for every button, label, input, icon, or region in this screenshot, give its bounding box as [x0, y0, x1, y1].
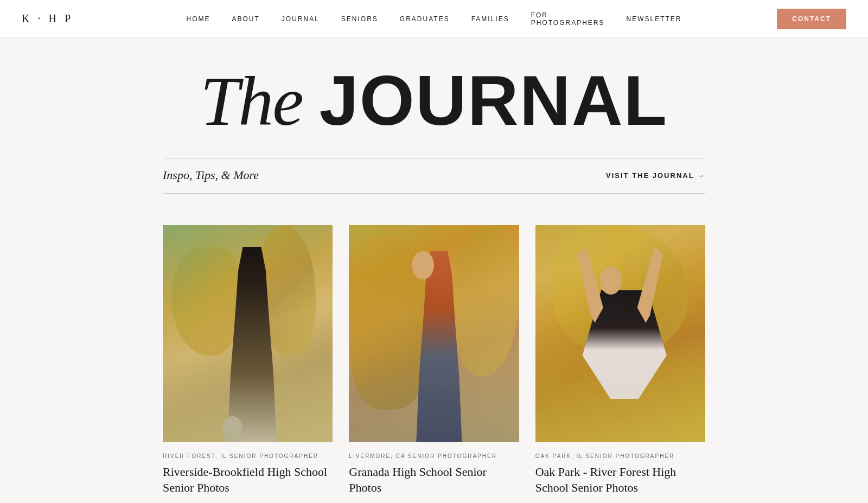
card-3-title[interactable]: Oak Park - River Forest High School Seni…: [535, 464, 705, 495]
inspo-text: Inspo, Tips, & More: [163, 168, 259, 182]
visit-journal-link[interactable]: VISIT THE JOURNAL →: [606, 171, 705, 180]
nav-home[interactable]: HOME: [186, 15, 210, 23]
title-journal: JOURNAL: [320, 61, 668, 140]
nav-links: HOME ABOUT JOURNAL SENIORS GRADUATES FAM…: [186, 11, 681, 27]
card-2-foliage: [349, 225, 519, 442]
journal-title: The JOURNAL: [0, 65, 868, 136]
nav-newsletter[interactable]: NEWSLETTER: [627, 15, 682, 23]
journal-card-1: RIVER FOREST, IL SENIOR PHOTOGRAPHER Riv…: [163, 225, 333, 495]
navigation: K · H P HOME ABOUT JOURNAL SENIORS GRADU…: [0, 0, 868, 38]
nav-journal[interactable]: JOURNAL: [282, 15, 320, 23]
ground-color: [163, 345, 333, 442]
contact-button[interactable]: CONTACT: [777, 9, 846, 29]
head-shape-2: [412, 251, 434, 279]
card-3-category: OAK PARK, IL SENIOR PHOTOGRAPHER: [535, 452, 705, 460]
hero-section: The JOURNAL: [0, 38, 868, 147]
card-3-image[interactable]: [535, 225, 705, 442]
nav-families[interactable]: FAMILIES: [471, 15, 509, 23]
logo[interactable]: K · H P: [22, 12, 73, 25]
nav-seniors[interactable]: SENIORS: [341, 15, 378, 23]
nav-for-photographers[interactable]: FOR PHOTOGRAPHERS: [531, 11, 605, 27]
card-1-image[interactable]: [163, 225, 333, 442]
bottom-divider: [163, 193, 705, 194]
foliage-right: [451, 225, 519, 377]
card-3-foliage: [535, 225, 705, 442]
card-2-image[interactable]: [349, 225, 519, 442]
card-1-category: RIVER FOREST, IL SENIOR PHOTOGRAPHER: [163, 452, 333, 460]
head-shape-1: [222, 416, 243, 442]
head-shape-3: [600, 266, 622, 295]
foliage-shape: [171, 247, 239, 355]
cards-grid: RIVER FOREST, IL SENIOR PHOTOGRAPHER Riv…: [163, 225, 705, 495]
nav-graduates[interactable]: GRADUATES: [400, 15, 450, 23]
journal-card-3: OAK PARK, IL SENIOR PHOTOGRAPHER Oak Par…: [535, 225, 705, 495]
card-2-title[interactable]: Granada High School Senior Photos: [349, 464, 519, 495]
journal-subheader: Inspo, Tips, & More VISIT THE JOURNAL →: [163, 147, 705, 209]
subheader-row: Inspo, Tips, & More VISIT THE JOURNAL →: [163, 168, 705, 188]
leaves-ground: [535, 334, 705, 442]
nav-about[interactable]: ABOUT: [232, 15, 259, 23]
card-1-foliage: [163, 225, 333, 442]
title-the: The: [200, 62, 303, 140]
card-2-category: LIVERMORE, CA SENIOR PHOTOGRAPHER: [349, 452, 519, 460]
ground-2: [349, 355, 519, 442]
card-1-title[interactable]: Riverside-Brookfield High School Senior …: [163, 464, 333, 495]
journal-card-2: LIVERMORE, CA SENIOR PHOTOGRAPHER Granad…: [349, 225, 519, 495]
top-divider: [163, 158, 705, 158]
